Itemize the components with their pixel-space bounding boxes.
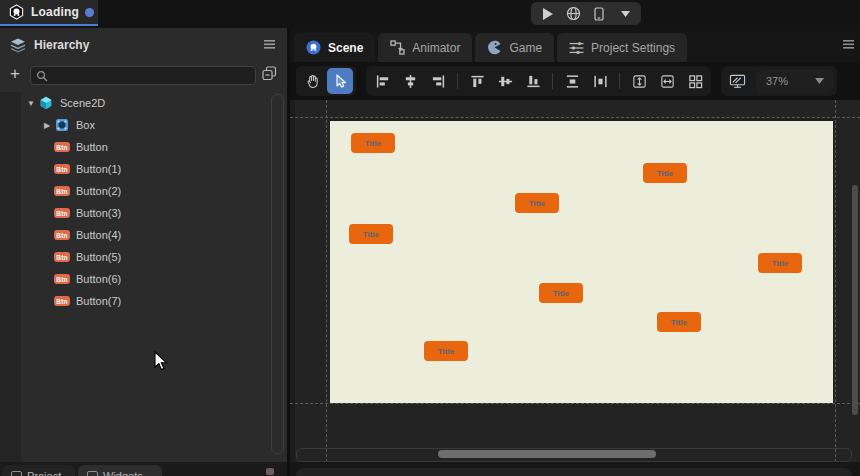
hand-tool-button[interactable]	[299, 68, 325, 94]
tab-label: Scene	[328, 41, 363, 55]
stage-guide-bottom	[290, 403, 860, 404]
scene-toolbar: 37%	[290, 62, 860, 100]
button-icon: Btn	[54, 184, 70, 198]
match-width-icon[interactable]	[654, 68, 680, 94]
lower-panel-edge	[296, 468, 852, 476]
canvas-button[interactable]: Title	[349, 224, 393, 244]
web-preview-button[interactable]	[563, 4, 583, 24]
play-button[interactable]	[537, 4, 557, 24]
button-icon: Btn	[54, 272, 70, 286]
align-left-icon[interactable]	[369, 68, 395, 94]
align-center-x-icon[interactable]	[397, 68, 423, 94]
scene-panel: SceneAnimatorGameProject Settings	[290, 28, 860, 462]
project-settings-icon	[569, 41, 584, 55]
toolbar-separator	[619, 73, 620, 89]
unsaved-status-dot	[85, 8, 94, 17]
tree-item-label: Button(6)	[76, 273, 121, 285]
canvas-button[interactable]: Title	[539, 283, 583, 303]
app-logo-icon	[8, 4, 25, 21]
collapse-arrow-icon[interactable]: ▶	[40, 121, 54, 130]
scene-tab-icon	[306, 40, 321, 55]
tree-item[interactable]: BtnButton(1)	[0, 158, 287, 180]
button-icon: Btn	[54, 250, 70, 264]
canvas-button[interactable]: Title	[643, 163, 687, 183]
align-right-icon[interactable]	[425, 68, 451, 94]
add-node-button[interactable]: +	[5, 64, 25, 84]
align-top-icon[interactable]	[464, 68, 490, 94]
canvas-button[interactable]: Title	[657, 312, 701, 332]
bottom-tab-icon	[87, 471, 98, 476]
tab-label: Animator	[412, 41, 460, 55]
toolbar-separator	[457, 73, 458, 89]
horizontal-scrollbar-thumb[interactable]	[438, 450, 656, 458]
canvas-button[interactable]: Title	[758, 253, 802, 273]
tab-game[interactable]: Game	[475, 33, 554, 62]
button-icon: Btn	[54, 294, 70, 308]
vertical-scrollbar-thumb[interactable]	[852, 185, 858, 415]
button-icon: Btn	[54, 162, 70, 176]
panel-mini-icon	[266, 468, 274, 475]
tree-item-label: Button(5)	[76, 251, 121, 263]
button-icon: Btn	[54, 140, 70, 154]
hierarchy-tree: ▼Scene2D▶BoxBtnButtonBtnButton(1)BtnButt…	[0, 92, 287, 454]
zoom-dropdown[interactable]: 37%	[756, 69, 834, 93]
preview-controls	[531, 2, 641, 25]
space-horizontal-icon[interactable]	[587, 68, 613, 94]
collapse-all-icon[interactable]	[261, 65, 279, 83]
project-title: Loading	[31, 5, 79, 19]
tree-item[interactable]: BtnButton(5)	[0, 246, 287, 268]
toolbar-separator	[552, 73, 553, 89]
scene-panel-menu-icon[interactable]	[843, 40, 854, 49]
navigation-tools	[296, 66, 356, 96]
animator-icon	[390, 40, 405, 55]
bottom-tab-project[interactable]: Project	[2, 465, 75, 476]
expand-arrow-icon[interactable]: ▼	[24, 99, 38, 108]
hierarchy-menu-icon[interactable]	[264, 40, 275, 49]
tab-label: Game	[509, 41, 542, 55]
tab-project-settings[interactable]: Project Settings	[557, 33, 687, 62]
canvas-button[interactable]: Title	[424, 341, 468, 361]
tree-item[interactable]: BtnButton(2)	[0, 180, 287, 202]
tree-item[interactable]: BtnButton(7)	[0, 290, 287, 312]
tree-item-label: Box	[76, 119, 95, 131]
tree-item[interactable]: ▼Scene2D	[0, 92, 287, 114]
align-center-y-icon[interactable]	[492, 68, 518, 94]
tree-item[interactable]: BtnButton(4)	[0, 224, 287, 246]
project-tab[interactable]: Loading	[0, 0, 98, 26]
select-tool-button[interactable]	[327, 68, 353, 94]
button-icon: Btn	[54, 206, 70, 220]
button-icon: Btn	[54, 228, 70, 242]
hierarchy-search[interactable]	[30, 66, 256, 85]
game-icon	[487, 40, 502, 55]
scene-viewport[interactable]: TitleTitleTitleTitleTitleTitleTitleTitle	[290, 100, 860, 462]
tree-item-label: Button(2)	[76, 185, 121, 197]
hierarchy-icon	[10, 38, 26, 53]
grid-arrange-icon[interactable]	[682, 68, 708, 94]
canvas-button[interactable]: Title	[515, 193, 559, 213]
search-icon	[36, 70, 48, 82]
bottom-left-tabstrip: ProjectWidgets	[0, 462, 287, 476]
align-bottom-icon[interactable]	[520, 68, 546, 94]
canvas-button[interactable]: Title	[351, 133, 395, 153]
tree-item[interactable]: ▶Box	[0, 114, 287, 136]
tree-item-label: Button(1)	[76, 163, 121, 175]
space-vertical-icon[interactable]	[559, 68, 585, 94]
tree-item[interactable]: BtnButton(6)	[0, 268, 287, 290]
zoom-value: 37%	[766, 75, 788, 87]
alignment-tools	[366, 66, 711, 96]
search-input[interactable]	[52, 69, 250, 83]
stage-canvas[interactable]: TitleTitleTitleTitleTitleTitleTitleTitle	[330, 119, 833, 403]
tree-item[interactable]: BtnButton	[0, 136, 287, 158]
bottom-tab-widgets[interactable]: Widgets	[78, 465, 162, 476]
hierarchy-scrollbar[interactable]	[271, 94, 284, 454]
tree-item[interactable]: BtnButton(3)	[0, 202, 287, 224]
tab-animator[interactable]: Animator	[378, 33, 472, 62]
mobile-preview-button[interactable]	[589, 4, 609, 24]
tab-scene[interactable]: Scene	[294, 33, 375, 62]
match-height-icon[interactable]	[626, 68, 652, 94]
preview-options-chevron[interactable]	[615, 4, 635, 24]
tree-item-label: Button(7)	[76, 295, 121, 307]
bottom-tab-label: Widgets	[103, 470, 143, 476]
hierarchy-header: Hierarchy	[0, 28, 287, 62]
design-resolution-icon[interactable]	[724, 68, 750, 94]
